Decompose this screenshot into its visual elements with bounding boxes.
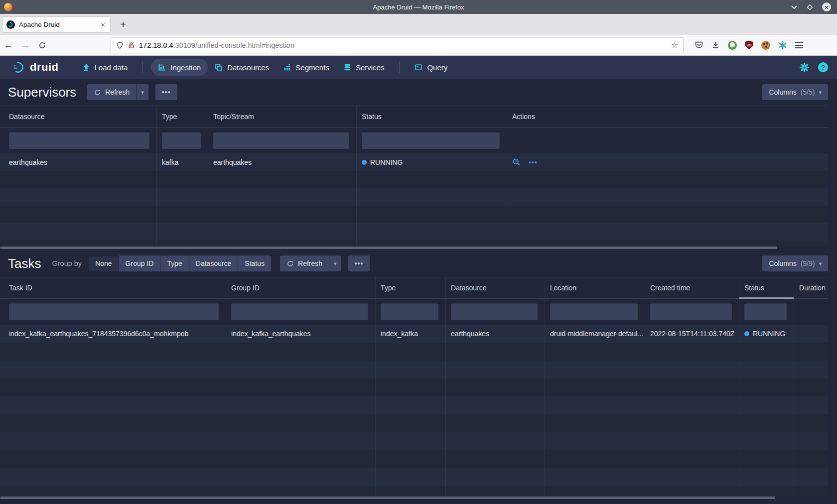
task-datasource-cell: earthquakes (446, 325, 545, 343)
downloads-icon[interactable] (711, 41, 720, 49)
type-filter-input[interactable] (162, 132, 201, 149)
segments-icon (283, 63, 291, 71)
column-header-datasource[interactable]: Datasource (0, 106, 157, 127)
pocket-icon[interactable] (695, 41, 703, 49)
column-header-datasource[interactable]: Datasource (446, 277, 545, 298)
tasks-filter-row (0, 299, 828, 325)
column-header-duration[interactable]: Duration (794, 277, 828, 298)
tasks-horizontal-scrollbar (0, 496, 828, 500)
window-title: Apache Druid — Mozilla Firefox (0, 3, 837, 11)
scrollbar-thumb[interactable] (0, 497, 775, 499)
tasks-header-bar: Tasks Group by None Group ID Type Dataso… (0, 250, 837, 277)
url-path: :30109/unified-console.html#ingestion (173, 41, 294, 49)
table-row (0, 450, 828, 468)
supervisors-refresh-caret-button[interactable]: ▾ (137, 84, 148, 100)
tab-bar: Apache Druid × + (0, 14, 837, 35)
insecure-lock-icon[interactable] (128, 41, 135, 49)
extension-icon[interactable] (728, 41, 737, 50)
menu-icon[interactable] (795, 42, 803, 48)
cookie-extension-icon[interactable] (761, 41, 770, 50)
column-header-created-time[interactable]: Created time (645, 277, 739, 298)
refresh-icon (94, 89, 101, 96)
table-row (0, 241, 828, 246)
url-text[interactable]: 172.18.0.4:30109/unified-console.html#in… (139, 41, 667, 49)
services-icon (343, 63, 351, 71)
tasks-table: Task ID Group ID Type Datasource Locatio… (0, 277, 837, 500)
bookmark-star-icon[interactable]: ☆ (671, 40, 678, 50)
column-header-topic-stream[interactable]: Topic/Stream (208, 106, 357, 127)
scrollbar-thumb[interactable] (0, 247, 777, 249)
group-by-type-button[interactable]: Type (160, 255, 188, 271)
tasks-columns-button[interactable]: Columns (9/9) ▾ (762, 255, 828, 271)
table-row (0, 396, 828, 414)
supervisors-columns-button[interactable]: Columns (5/5) ▾ (762, 84, 828, 100)
nav-query[interactable]: Query (408, 59, 454, 76)
nav-load-data[interactable]: Load data (75, 59, 135, 76)
group-by-group-id-button[interactable]: Group ID (119, 255, 160, 271)
asterisk-extension-icon[interactable] (778, 41, 787, 50)
table-row (0, 343, 828, 361)
tasks-more-button[interactable]: ••• (348, 255, 370, 271)
back-icon[interactable]: ← (0, 40, 17, 51)
supervisors-refresh-button[interactable]: Refresh (87, 84, 136, 100)
new-tab-button[interactable]: + (116, 17, 131, 32)
column-header-task-id[interactable]: Task ID (0, 277, 226, 298)
druid-logo[interactable]: druid (13, 61, 59, 74)
column-header-status[interactable]: Status (357, 106, 507, 127)
url-host: 172.18.0.4 (139, 41, 173, 49)
settings-gear-icon[interactable] (800, 63, 809, 72)
column-header-location[interactable]: Location (545, 277, 645, 298)
table-row (0, 223, 828, 241)
url-bar[interactable]: 172.18.0.4:30109/unified-console.html#in… (111, 37, 684, 53)
group-id-filter-input[interactable] (231, 303, 368, 320)
column-header-type[interactable]: Type (376, 277, 446, 298)
column-header-actions: Actions (507, 106, 828, 127)
ingestion-icon (158, 63, 166, 71)
created-time-filter-input[interactable] (650, 303, 732, 320)
maximize-button[interactable] (807, 4, 813, 10)
nav-segments[interactable]: Segments (276, 59, 336, 76)
datasource-filter-input[interactable] (451, 303, 538, 320)
query-icon (415, 63, 422, 71)
shield-icon[interactable] (116, 41, 124, 49)
nav-label: Services (356, 63, 385, 72)
minimize-button[interactable] (791, 5, 798, 9)
group-by-datasource-button[interactable]: Datasource (189, 255, 238, 271)
nav-datasources[interactable]: Datasources (208, 59, 276, 76)
task-id-filter-input[interactable] (9, 303, 219, 320)
chevron-down-icon: ▾ (819, 260, 822, 267)
magnifier-detail-icon[interactable] (512, 158, 521, 166)
firefox-icon (4, 3, 12, 11)
task-location-cell: druid-middlemanager-defaul... (545, 325, 645, 343)
tab-close-icon[interactable]: × (100, 20, 106, 29)
type-filter-input[interactable] (381, 303, 438, 320)
tasks-refresh-caret-button[interactable]: ▾ (329, 255, 341, 271)
supervisors-horizontal-scrollbar (0, 246, 828, 250)
group-by-status-button[interactable]: Status (238, 255, 271, 271)
columns-label: Columns (769, 259, 796, 267)
table-row (0, 361, 828, 378)
refresh-label: Refresh (298, 259, 322, 267)
nav-label: Load data (95, 63, 128, 72)
ublock-origin-icon[interactable]: uO (745, 41, 753, 50)
column-header-status-sorted[interactable]: Status (739, 277, 794, 298)
status-filter-input[interactable] (362, 132, 500, 149)
location-filter-input[interactable] (550, 303, 638, 320)
row-more-actions-icon[interactable]: ••• (529, 158, 538, 166)
nav-ingestion[interactable]: Ingestion (151, 59, 208, 76)
group-by-none-button[interactable]: None (89, 255, 118, 271)
nav-services[interactable]: Services (336, 59, 392, 76)
column-header-group-id[interactable]: Group ID (226, 277, 376, 298)
topic-stream-filter-input[interactable] (213, 132, 349, 149)
group-by-button-group: None Group ID Type Datasource Status (89, 255, 271, 271)
help-icon[interactable]: ? (818, 62, 828, 72)
status-filter-input[interactable] (744, 303, 787, 320)
reload-icon[interactable] (34, 41, 51, 49)
datasource-filter-input[interactable] (9, 132, 149, 149)
column-header-type[interactable]: Type (157, 106, 208, 127)
table-row (0, 414, 828, 432)
browser-tab[interactable]: Apache Druid × (2, 16, 111, 33)
supervisors-more-button[interactable]: ••• (155, 84, 177, 100)
tasks-refresh-button[interactable]: Refresh (280, 255, 329, 271)
close-button[interactable]: × (822, 2, 831, 11)
